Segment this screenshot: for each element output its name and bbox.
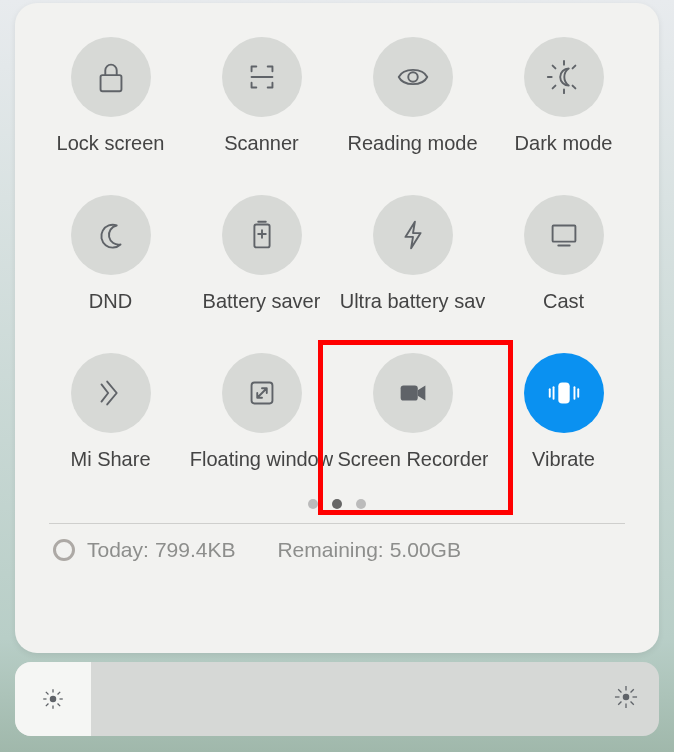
tile-label: Floating window — [190, 448, 333, 471]
moon-icon — [71, 195, 151, 275]
tile-battery-saver[interactable]: Battery saver — [186, 195, 337, 313]
lock-icon — [71, 37, 151, 117]
tile-label: Lock screen — [57, 132, 165, 155]
page-dot — [356, 499, 366, 509]
svg-point-23 — [50, 696, 57, 703]
tile-label: Battery saver — [203, 290, 321, 313]
svg-line-31 — [58, 692, 61, 695]
tile-reading-mode[interactable]: Reading mode — [337, 37, 488, 155]
bolt-icon — [373, 195, 453, 275]
dark-mode-icon — [524, 37, 604, 117]
brightness-low-icon — [15, 662, 91, 736]
svg-point-2 — [408, 72, 418, 82]
svg-point-32 — [623, 694, 630, 701]
tile-grid: Lock screen Scanner Reading mode — [25, 37, 649, 471]
svg-rect-18 — [558, 383, 569, 404]
battery-icon — [222, 195, 302, 275]
mi-share-icon — [71, 353, 151, 433]
tile-scanner[interactable]: Scanner — [186, 37, 337, 155]
svg-rect-0 — [100, 75, 121, 91]
tile-label: Vibrate — [532, 448, 595, 471]
svg-line-7 — [552, 86, 555, 89]
tile-cast[interactable]: Cast — [488, 195, 639, 313]
quick-settings-panel: Lock screen Scanner Reading mode — [15, 3, 659, 653]
tile-ultra-battery[interactable]: Ultra battery sav — [337, 195, 488, 313]
svg-rect-17 — [400, 385, 417, 400]
svg-line-8 — [572, 66, 575, 69]
tile-label: DND — [89, 290, 132, 313]
remaining-value: 5.00GB — [390, 538, 461, 562]
page-dot — [308, 499, 318, 509]
svg-line-38 — [631, 702, 634, 705]
brightness-slider[interactable] — [15, 662, 659, 736]
tile-dnd[interactable]: DND — [35, 195, 186, 313]
svg-line-28 — [46, 692, 49, 695]
tile-mi-share[interactable]: Mi Share — [35, 353, 186, 471]
tile-label: Scanner — [224, 132, 299, 155]
svg-line-37 — [618, 689, 621, 692]
cast-icon — [524, 195, 604, 275]
floating-window-icon — [222, 353, 302, 433]
eye-icon — [373, 37, 453, 117]
tile-vibrate[interactable]: Vibrate — [488, 353, 639, 471]
tile-label: Cast — [543, 290, 584, 313]
page-dot-active — [332, 499, 342, 509]
svg-line-29 — [58, 704, 61, 707]
tile-screen-recorder[interactable]: Screen Recorder — [337, 353, 488, 471]
brightness-high-icon — [613, 684, 639, 714]
tile-dark-mode[interactable]: Dark mode — [488, 37, 639, 155]
tile-label: Reading mode — [347, 132, 477, 155]
svg-line-40 — [631, 689, 634, 692]
circle-icon — [53, 539, 75, 561]
tile-label: Ultra battery sav — [340, 290, 486, 313]
remaining-label: Remaining: — [277, 538, 383, 562]
data-usage-row[interactable]: Today: 799.4KB Remaining: 5.00GB — [25, 524, 649, 576]
svg-line-30 — [46, 704, 49, 707]
tile-label: Dark mode — [515, 132, 613, 155]
today-label: Today: — [87, 538, 149, 562]
tile-label: Mi Share — [70, 448, 150, 471]
tile-floating-window[interactable]: Floating window — [186, 353, 337, 471]
tile-label: Screen Recorder — [338, 448, 488, 471]
video-camera-icon — [373, 353, 453, 433]
svg-line-9 — [572, 86, 575, 89]
svg-line-39 — [618, 702, 621, 705]
tile-lock-screen[interactable]: Lock screen — [35, 37, 186, 155]
svg-line-6 — [552, 66, 555, 69]
today-value: 799.4KB — [155, 538, 236, 562]
scanner-icon — [222, 37, 302, 117]
svg-rect-14 — [552, 226, 575, 242]
page-indicator[interactable] — [25, 499, 649, 509]
vibrate-icon — [524, 353, 604, 433]
